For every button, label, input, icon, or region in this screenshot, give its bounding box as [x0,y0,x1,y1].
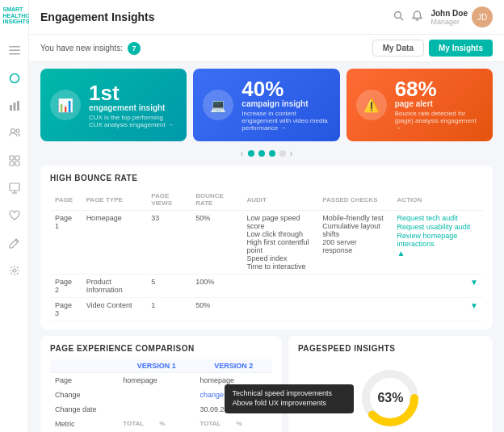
action-link-tech[interactable]: Request tech audit [397,214,478,222]
cell-action3: ▼ [393,298,483,321]
sidebar-item-edit[interactable] [6,234,23,252]
compare-label-date: Change date [50,402,118,417]
sidebar-item-dashboard[interactable] [6,69,23,87]
cell-action1: Request tech audit Request usability aud… [393,211,483,275]
svg-point-18 [395,12,401,19]
bounce-rate-table: PAGE PAGE TYPE PAGE VIEWS BOUNCE RATE AU… [50,189,483,321]
col-page: PAGE [50,189,82,211]
svg-point-3 [10,74,19,83]
svg-point-8 [16,129,19,132]
cell-type1: Homepage [82,211,147,275]
header-title: Engagement Insights [40,10,155,23]
table-row: Change change Technical speed improvemen… [50,388,272,402]
card-alert-body: 68% page alert Bounce rate detected for … [395,78,483,132]
cell-views1: 33 [146,211,191,275]
carousel-prev[interactable]: ‹ [241,148,244,159]
my-insights-button[interactable]: My Insights [429,40,493,57]
compare-v2-change: change Technical speed improvements Abov… [195,388,272,402]
header-right: John Doe Manager JD [393,6,493,27]
compare-col-v2: VERSION 2 [195,359,272,373]
cell-audit2 [242,275,317,298]
my-data-button[interactable]: My Data [372,40,424,57]
sidebar-item-menu[interactable] [6,42,23,60]
expand-row3[interactable]: ▼ [470,301,478,310]
compare-v1-change [118,388,195,402]
action-link-homepage[interactable]: Review homepage interactions [397,232,478,248]
sidebar: SMARTHEALTHCAREINSIGHTS [0,0,29,432]
expand-row2[interactable]: ▼ [470,278,478,287]
dot-2[interactable] [258,150,265,157]
bounce-rate-section: HIGH BOUNCE RATE PAGE PAGE TYPE PAGE VIE… [40,166,493,329]
dot-1[interactable] [248,150,254,157]
card-campaign-icon: 💻 [203,90,233,120]
table-row: Page 3 Video Content 1 50% ▼ [50,298,483,321]
dot-3[interactable] [269,150,275,157]
card-engagement-icon: 📊 [50,90,81,120]
compare-col-v1: VERSION 1 [118,359,195,373]
table-row: Metric TOTAL % TOTAL % [50,417,272,431]
notice-text: You have new insights: [40,44,123,52]
cell-page3: Page 3 [50,298,82,321]
svg-rect-13 [10,183,19,191]
tooltip-item-1: Technical speed improvements [233,389,346,397]
cell-audit3 [242,298,317,321]
compare-v1-pct-header: % [154,417,195,431]
sidebar-item-grid[interactable] [6,152,23,170]
card-alert-desc: Bounce rate detected for (page) analysis… [395,110,483,132]
sidebar-item-settings[interactable] [6,262,23,279]
expand-row1[interactable]: ▲ [397,249,405,258]
compare-label-change: Change [50,388,118,402]
svg-rect-11 [10,161,14,166]
col-views: PAGE VIEWS [146,189,191,211]
action-link-usability[interactable]: Request usability audit [397,223,478,231]
compare-label-metric: Metric [50,417,118,431]
sidebar-item-monitor[interactable] [6,179,23,197]
sidebar-item-users[interactable] [6,124,23,142]
bell-icon[interactable] [412,10,422,23]
compare-v2-pct-header: % [231,417,271,431]
search-icon[interactable] [393,10,404,23]
card-campaign: 💻 40% campaign insight Increase in conte… [193,69,339,141]
bottom-panels: PAGE EXPERIENCE COMPARISON VERSION 1 VER… [40,336,493,432]
col-passed: PASSED CHECKS [317,189,392,211]
content-area: 📊 1st engagement insight CUX is the top … [29,62,504,432]
cell-views2: 5 [146,275,191,298]
svg-point-7 [10,129,15,133]
col-audit: AUDIT [242,189,317,211]
cell-passed1: Mobile-friendly test Cumulative layout s… [317,211,392,275]
table-row: Page 1 Homepage 33 50% Low page speed sc… [50,211,483,275]
cell-bounce2: 100% [191,275,242,298]
user-details: John Doe Manager [430,9,468,26]
col-bounce: BOUNCE RATE [191,189,242,211]
dot-4[interactable] [279,150,286,157]
card-campaign-number: 40% [242,78,330,99]
cell-passed3 [317,298,392,321]
card-campaign-label: campaign insight [242,99,330,108]
table-row: Page 2 Product Information 5 100% ▼ [50,275,483,298]
svg-rect-1 [9,50,20,52]
change-link[interactable]: change [200,391,225,399]
logo: SMARTHEALTHCAREINSIGHTS [3,6,26,29]
sidebar-item-chart[interactable] [6,97,23,115]
insights-notice: You have new insights: 7 [40,42,141,55]
compare-v2-total-header: TOTAL [195,417,232,431]
cell-page1: Page 1 [50,211,82,275]
compare-label-page: Page [50,373,118,388]
card-engagement-number: 1st [89,82,177,103]
col-type: PAGE TYPE [82,189,147,211]
svg-rect-6 [17,101,19,111]
card-engagement: 📊 1st engagement insight CUX is the top … [40,69,187,141]
card-engagement-desc: CUX is the top performing CUX analysis e… [89,114,177,128]
svg-rect-5 [13,103,15,111]
comparison-table: VERSION 1 VERSION 2 Page homepage homepa… [50,359,272,432]
tooltip-item-2: Above fold UX improvements [233,399,346,407]
carousel-next[interactable]: › [290,148,293,159]
cell-audit1: Low page speed score Low click through H… [242,211,317,275]
compare-col-label [50,359,118,373]
cell-type3: Video Content [82,298,147,321]
insights-bar: You have new insights: 7 My Data My Insi… [29,35,504,62]
sidebar-item-heart[interactable] [6,207,23,224]
donut-chart: 63% [358,366,422,430]
cell-page2: Page 2 [50,275,82,298]
col-action: ACTION [393,189,483,211]
